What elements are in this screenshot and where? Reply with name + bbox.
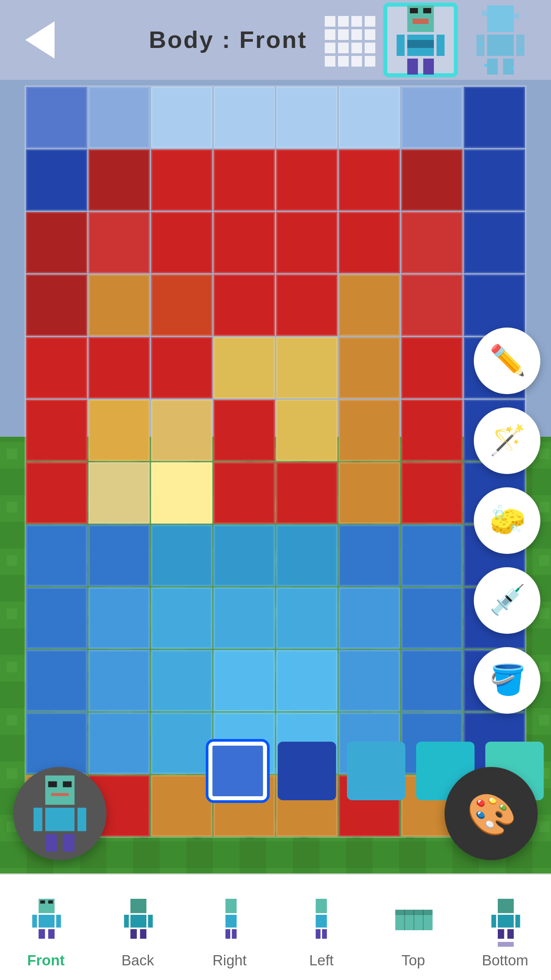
- pixel-cell[interactable]: [214, 462, 275, 524]
- pixel-cell[interactable]: [339, 87, 400, 148]
- pixel-cell[interactable]: [276, 462, 338, 524]
- pixel-cell[interactable]: [151, 462, 213, 524]
- pixel-cell[interactable]: [89, 212, 150, 273]
- pixel-cell[interactable]: [151, 337, 213, 399]
- pixel-cell[interactable]: [214, 275, 275, 336]
- pixel-cell[interactable]: [339, 462, 400, 524]
- pixel-cell[interactable]: [276, 212, 338, 273]
- nav-item-right[interactable]: Right: [184, 875, 276, 980]
- pixel-cell[interactable]: [464, 212, 525, 273]
- pixel-cell[interactable]: [26, 713, 87, 774]
- pixel-cell[interactable]: [151, 150, 213, 211]
- pixel-cell[interactable]: [464, 275, 525, 336]
- eyedropper-tool-button[interactable]: 💉: [474, 567, 540, 634]
- svg-rect-64: [497, 898, 513, 913]
- nav-item-left[interactable]: Left: [276, 875, 367, 980]
- pixel-cell[interactable]: [339, 150, 400, 211]
- pixel-cell[interactable]: [401, 650, 463, 711]
- pixel-cell[interactable]: [401, 588, 463, 649]
- pixel-cell[interactable]: [276, 150, 338, 211]
- pixel-cell[interactable]: [401, 87, 463, 148]
- pixel-cell[interactable]: [26, 400, 87, 461]
- pixel-cell[interactable]: [151, 650, 213, 711]
- eraser-tool-button[interactable]: 🧽: [474, 487, 540, 554]
- pixel-cell[interactable]: [276, 275, 338, 336]
- pixel-cell[interactable]: [339, 650, 400, 711]
- pixel-cell[interactable]: [276, 400, 338, 461]
- skin-view-button[interactable]: [13, 767, 106, 860]
- pixel-cell[interactable]: [26, 525, 87, 586]
- pixel-grid[interactable]: [25, 86, 527, 838]
- magic-fill-tool-button[interactable]: 🪄: [474, 407, 540, 474]
- svg-rect-20: [484, 64, 487, 67]
- pixel-cell[interactable]: [401, 150, 463, 211]
- pixel-cell[interactable]: [214, 400, 275, 461]
- pixel-cell[interactable]: [89, 525, 150, 586]
- pixel-cell[interactable]: [339, 212, 400, 273]
- pixel-cell[interactable]: [89, 150, 150, 211]
- pixel-cell[interactable]: [276, 525, 338, 586]
- pixel-cell[interactable]: [89, 87, 150, 148]
- nav-item-back[interactable]: Back: [92, 875, 184, 980]
- pixel-cell[interactable]: [26, 275, 87, 336]
- grid-icon[interactable]: [325, 16, 373, 64]
- pixel-cell[interactable]: [89, 650, 150, 711]
- pixel-cell[interactable]: [26, 650, 87, 711]
- pixel-cell[interactable]: [26, 337, 87, 399]
- pixel-cell[interactable]: [276, 650, 338, 711]
- pixel-cell[interactable]: [276, 87, 338, 148]
- pixel-cell[interactable]: [89, 588, 150, 649]
- svg-rect-66: [491, 914, 496, 927]
- pixel-cell[interactable]: [339, 400, 400, 461]
- pixel-cell[interactable]: [89, 400, 150, 461]
- pixel-cell[interactable]: [339, 275, 400, 336]
- pixel-cell[interactable]: [26, 87, 87, 148]
- pixel-cell[interactable]: [151, 400, 213, 461]
- pixel-cell[interactable]: [151, 713, 213, 774]
- pixel-cell[interactable]: [151, 588, 213, 649]
- svg-rect-41: [31, 914, 36, 927]
- pixel-cell[interactable]: [276, 588, 338, 649]
- pixel-cell[interactable]: [151, 525, 213, 586]
- nav-item-top[interactable]: Top: [367, 875, 459, 980]
- pixel-cell[interactable]: [26, 588, 87, 649]
- pixel-cell[interactable]: [151, 87, 213, 148]
- pixel-cell[interactable]: [89, 713, 150, 774]
- pixel-cell[interactable]: [26, 212, 87, 273]
- pixel-cell[interactable]: [401, 462, 463, 524]
- pixel-cell[interactable]: [214, 87, 275, 148]
- pixel-cell[interactable]: [339, 588, 400, 649]
- pixel-cell[interactable]: [339, 337, 400, 399]
- pixel-cell[interactable]: [26, 462, 87, 524]
- pencil-tool-button[interactable]: ✏️: [474, 328, 540, 394]
- pixel-cell[interactable]: [89, 462, 150, 524]
- pixel-cell[interactable]: [464, 150, 525, 211]
- pixel-cell[interactable]: [401, 212, 463, 273]
- palette-button[interactable]: 🎨: [445, 767, 538, 860]
- pixel-cell[interactable]: [401, 525, 463, 586]
- back-button[interactable]: [13, 13, 67, 67]
- pixel-cell[interactable]: [401, 337, 463, 399]
- bucket-tool-button[interactable]: 🪣: [474, 647, 540, 714]
- skin-preview-transparent[interactable]: [463, 3, 538, 77]
- pixel-cell[interactable]: [401, 400, 463, 461]
- pixel-cell[interactable]: [339, 525, 400, 586]
- pixel-cell[interactable]: [214, 337, 275, 399]
- skin-preview-normal[interactable]: [383, 3, 458, 77]
- pixel-cell[interactable]: [276, 337, 338, 399]
- pixel-cell[interactable]: [214, 525, 275, 586]
- pixel-cell[interactable]: [401, 275, 463, 336]
- pixel-cell[interactable]: [214, 212, 275, 273]
- svg-rect-44: [47, 929, 54, 938]
- pixel-cell[interactable]: [89, 275, 150, 336]
- pixel-cell[interactable]: [151, 212, 213, 273]
- pixel-cell[interactable]: [464, 87, 525, 148]
- pixel-cell[interactable]: [151, 275, 213, 336]
- pixel-cell[interactable]: [89, 337, 150, 399]
- pixel-cell[interactable]: [214, 650, 275, 711]
- nav-item-front[interactable]: Front: [0, 875, 92, 980]
- pixel-cell[interactable]: [214, 150, 275, 211]
- nav-item-bottom[interactable]: Bottom: [459, 875, 551, 980]
- pixel-cell[interactable]: [214, 588, 275, 649]
- pixel-cell[interactable]: [26, 150, 87, 211]
